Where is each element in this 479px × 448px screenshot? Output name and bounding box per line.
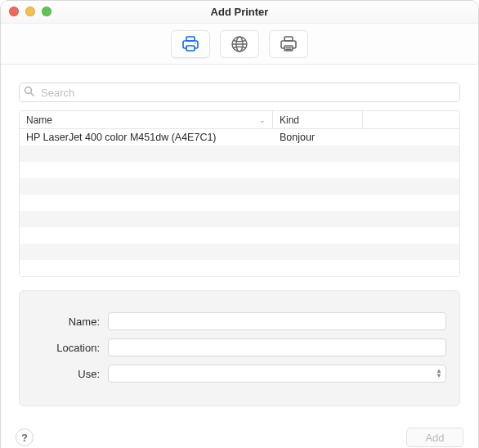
table-row[interactable]: HP LaserJet 400 color M451dw (A4E7C1)Bon… <box>20 129 459 146</box>
column-header-kind-label: Kind <box>280 114 299 126</box>
column-header-name-label: Name <box>26 114 52 126</box>
help-button[interactable]: ? <box>16 428 34 446</box>
table-cell-kind: Bonjour <box>273 129 363 146</box>
table-header: Name ⌄ Kind <box>20 111 459 129</box>
search-field-wrap <box>19 83 460 102</box>
footer: ? Add <box>1 418 478 448</box>
name-label: Name: <box>33 316 100 328</box>
ip-tab[interactable] <box>220 30 259 58</box>
printer-icon <box>181 35 200 53</box>
column-header-extra[interactable] <box>363 111 459 128</box>
stepper-icon: ▲▼ <box>436 369 442 379</box>
details-panel: Name: Location: Use: ▲▼ <box>19 290 460 406</box>
help-button-label: ? <box>21 432 28 444</box>
chevron-down-icon: ⌄ <box>259 116 266 124</box>
location-row: Location: <box>33 338 446 356</box>
titlebar: Add Printer <box>1 1 478 24</box>
name-field[interactable] <box>108 312 446 330</box>
use-row: Use: ▲▼ <box>33 365 446 383</box>
table-cell-name: HP LaserJet 400 color M451dw (A4E7C1) <box>20 129 273 146</box>
table-row-empty <box>20 260 459 276</box>
table-row-empty <box>20 211 459 227</box>
content-area: Name ⌄ Kind HP LaserJet 400 color M451dw… <box>1 65 478 418</box>
use-label: Use: <box>33 368 100 380</box>
name-row: Name: <box>33 312 446 330</box>
globe-icon <box>231 35 248 53</box>
windows-tab[interactable] <box>269 30 308 58</box>
svg-rect-2 <box>186 46 195 51</box>
svg-rect-1 <box>186 37 195 41</box>
svg-point-3 <box>195 43 196 44</box>
table-body: HP LaserJet 400 color M451dw (A4E7C1)Bon… <box>20 129 459 276</box>
table-row-empty <box>20 227 459 244</box>
toolbar <box>1 24 478 65</box>
add-printer-window: Add Printer <box>0 0 479 448</box>
location-label: Location: <box>33 342 100 354</box>
table-row-empty <box>20 162 459 178</box>
location-field[interactable] <box>108 338 446 356</box>
add-button-label: Add <box>425 432 444 444</box>
add-button[interactable]: Add <box>406 428 463 447</box>
default-tab[interactable] <box>171 30 210 58</box>
table-cell-extra <box>363 129 459 146</box>
column-header-name[interactable]: Name ⌄ <box>20 111 273 128</box>
table-row-empty <box>20 244 459 260</box>
svg-rect-8 <box>284 37 293 41</box>
search-input[interactable] <box>19 83 460 102</box>
column-header-kind[interactable]: Kind <box>273 111 363 128</box>
window-title: Add Printer <box>1 1 478 24</box>
table-row-empty <box>20 178 459 195</box>
table-row-empty <box>20 195 459 211</box>
advanced-printer-icon <box>279 35 298 53</box>
use-select[interactable]: ▲▼ <box>108 365 446 383</box>
table-row-empty <box>20 146 459 162</box>
printer-table: Name ⌄ Kind HP LaserJet 400 color M451dw… <box>19 110 460 277</box>
